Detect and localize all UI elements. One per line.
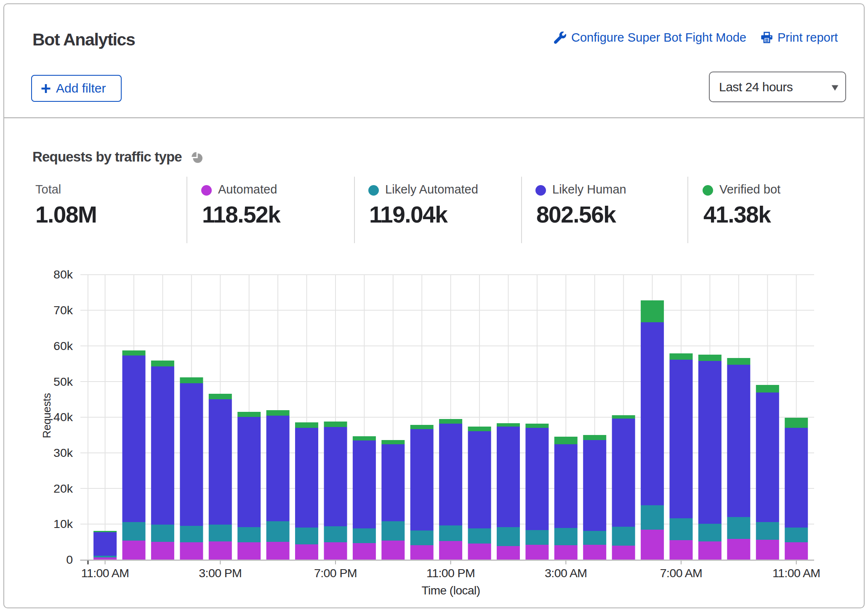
- svg-text:Requests: Requests: [40, 393, 53, 438]
- svg-text:7:00 PM: 7:00 PM: [314, 566, 357, 580]
- svg-text:20k: 20k: [53, 482, 73, 495]
- svg-text:3:00 PM: 3:00 PM: [199, 566, 242, 580]
- svg-text:70k: 70k: [53, 303, 73, 317]
- svg-text:30k: 30k: [53, 446, 73, 459]
- svg-text:60k: 60k: [53, 339, 73, 353]
- svg-text:7:00 AM: 7:00 AM: [660, 566, 702, 580]
- svg-text:0: 0: [66, 553, 73, 566]
- svg-text:80k: 80k: [53, 268, 73, 281]
- svg-text:40k: 40k: [53, 410, 73, 424]
- svg-text:Time (local): Time (local): [421, 584, 480, 597]
- svg-text:11:00 AM: 11:00 AM: [772, 566, 820, 580]
- svg-text:11:00 PM: 11:00 PM: [426, 566, 475, 580]
- svg-text:3:00 AM: 3:00 AM: [545, 566, 587, 580]
- svg-text:50k: 50k: [53, 375, 73, 388]
- svg-text:10k: 10k: [53, 517, 73, 530]
- svg-text:11:00 AM: 11:00 AM: [81, 566, 129, 580]
